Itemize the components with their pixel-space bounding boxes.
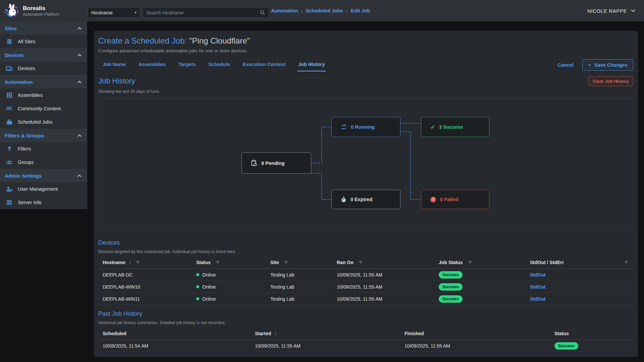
briefcase-icon [6,119,13,126]
tab-job-name[interactable]: Job Name [102,59,126,71]
user-settings-icon [6,186,13,193]
sidebar-section-devices[interactable]: Devices [0,48,87,62]
flow-node-expired[interactable]: 0 Expired [331,190,400,209]
sidebar-item-filters[interactable]: Filters [0,142,87,156]
flow-node-label: 0 Failed [440,197,458,202]
sidebar-item-user-management[interactable]: User Management [0,182,87,196]
filter-icon[interactable] [215,260,220,265]
cell-hostname: DEEPLAB-WIN10 [103,284,196,290]
building-icon [6,38,13,45]
search-icon[interactable] [260,10,265,15]
flow-node-label: 0 Expired [351,197,372,202]
page-title-prefix: Create a Scheduled Job: [98,36,187,45]
sort-desc-icon[interactable]: ↓ [274,331,277,336]
user-menu[interactable]: NICOLE RAPPE [587,0,635,21]
cancel-button[interactable]: Cancel [557,62,574,68]
col-ran-on: Ran On [337,260,354,265]
tab-job-history[interactable]: Job History [298,59,326,71]
flow-node-label: 0 Running [351,124,375,130]
devices-icon [6,65,13,72]
filter-icon[interactable] [284,260,288,265]
save-changes-button[interactable]: + Save Changes [582,59,633,71]
sidebar-item-groups[interactable]: Groups [0,156,87,169]
flow-node-success[interactable]: ✓ 3 Success [421,117,489,137]
online-status-dot [196,297,199,300]
device-row-deeplab-win11[interactable]: DEEPLAB-WIN11 Online Testing Lab 10/09/2… [98,293,633,305]
filter-icon[interactable] [468,260,472,265]
devices-caption: Devices targeted by this scheduled job. … [98,249,633,254]
col-job-status: Job Status [439,260,463,265]
devices-table-header: Hostname ↑ Status Site Ran On Job Status… [98,256,633,269]
clear-job-history-button[interactable]: Clear Job History [588,76,633,86]
tab-schedule[interactable]: Schedule [208,59,230,71]
col-started: Started [255,331,271,336]
search-input[interactable] [146,10,260,15]
sidebar-item-devices[interactable]: Devices [0,62,87,75]
community-icon [6,105,13,112]
col-site: Site [270,260,279,265]
past-job-history-caption: Historical job history summaries. Detail… [98,320,633,325]
sidebar-item-label: Scheduled Jobs [18,119,52,125]
cell-ran-on: 10/09/2025, 11:55 AM [337,284,439,290]
plus-icon: + [588,62,591,68]
sidebar-section-filters-groups[interactable]: Filters & Groups [0,129,87,142]
device-row-deeplab-win10[interactable]: DEEPLAB-WIN10 Online Testing Lab 10/09/2… [98,281,633,293]
chevron-up-icon [77,80,82,83]
flow-node-failed[interactable]: ! 0 Failed [421,190,489,209]
sidebar-section-automation[interactable]: Automation [0,75,87,88]
chevron-up-icon [77,134,82,137]
edit-job-panel: Create a Scheduled Job: "Ping Cloudflare… [94,31,638,357]
sidebar-item-community-content[interactable]: Community Content [0,102,87,115]
cell-scheduled: 10/09/2025, 11:54 AM [103,343,255,349]
sidebar-item-server-info[interactable]: Server Info [0,196,87,209]
tab-execution-context[interactable]: Execution Context [242,59,286,71]
cell-ran-on: 10/09/2025, 11:55 AM [337,296,439,302]
flow-node-running[interactable]: 0 Running [331,117,400,137]
breadcrumb-edit-job[interactable]: Edit Job [351,8,370,13]
brand[interactable]: Borealis Automation Platform [0,0,87,21]
cell-site: Testing Lab [270,272,337,278]
breadcrumb-scheduled-jobs[interactable]: Scheduled Jobs [306,8,343,13]
sidebar-section-sites[interactable]: Sites [0,21,87,35]
filter-icon[interactable] [136,260,140,265]
tab-bar: Job Name Assemblies Targets Schedule Exe… [98,59,326,71]
job-history-caption: Showing the last 30 days of runs. [98,89,633,94]
sort-asc-icon[interactable]: ↑ [129,260,131,265]
sidebar-item-scheduled-jobs[interactable]: Scheduled Jobs [0,115,87,129]
top-bar: Hostname ▾ Automation › Scheduled Jobs ›… [0,0,644,21]
job-status-flow-diagram: 0 Pending 0 Running ✓ 3 Success 0 Expire… [98,98,633,232]
tab-targets[interactable]: Targets [178,59,196,71]
section-title: Automation [5,79,33,85]
cell-status: Online [202,284,216,290]
chevron-up-icon [77,174,82,177]
check-icon: ✓ [430,124,435,131]
sidebar-section-admin-settings[interactable]: Admin Settings [0,169,87,182]
past-history-row[interactable]: 10/09/2025, 11:54 AM 10/09/2025, 11:55 A… [98,340,633,352]
col-finished: Finished [405,331,424,336]
stdout-link[interactable]: StdOut [530,284,546,290]
cell-status: Online [202,296,216,302]
flow-node-pending[interactable]: 0 Pending [241,153,311,174]
col-hostname: Hostname [103,260,125,265]
sidebar: Borealis Automation Platform Sites All S… [0,0,87,209]
past-history-table-header: Scheduled Started ↓ Finished Status [98,327,633,340]
tab-assemblies[interactable]: Assemblies [138,59,166,71]
stdout-link[interactable]: StdOut [530,296,546,302]
filter-icon[interactable] [358,260,363,265]
sidebar-item-assemblies[interactable]: Assemblies [0,88,87,102]
caret-down-icon: ▾ [135,10,137,15]
breadcrumb-automation[interactable]: Automation [271,8,298,13]
sidebar-item-label: Devices [18,66,35,71]
flow-node-label: 0 Pending [261,161,284,166]
stdout-link[interactable]: StdOut [530,272,546,278]
error-icon: ! [430,197,436,202]
filter-icon[interactable] [624,260,629,265]
device-row-deeplab-dc[interactable]: DEEPLAB-DC Online Testing Lab 10/09/2025… [98,269,633,281]
sidebar-item-all-sites[interactable]: All Sites [0,35,87,48]
chevron-up-icon [77,27,82,30]
cell-finished: 10/09/2025, 11:55 AM [405,343,554,349]
col-scheduled: Scheduled [103,331,126,336]
sidebar-item-label: Server Info [18,200,42,205]
search-box[interactable] [143,7,269,18]
hostname-filter-select[interactable]: Hostname ▾ [88,7,140,18]
